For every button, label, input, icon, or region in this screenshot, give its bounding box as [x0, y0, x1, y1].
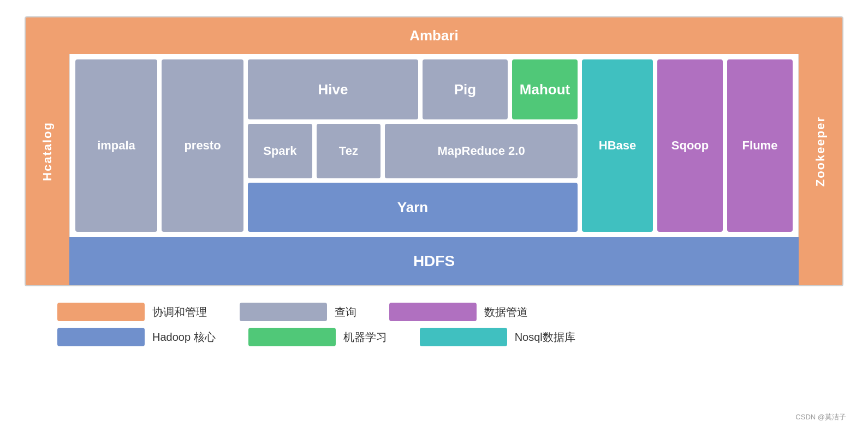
hive-block: Hive: [248, 59, 418, 119]
legend-item-2: 数据管道: [389, 303, 528, 321]
center-content: Ambari impala presto Hive: [69, 17, 799, 285]
legend-item-4: 机器学习: [248, 328, 387, 346]
legend-item-0: 协调和管理: [57, 303, 207, 321]
legend-swatch-query: [240, 303, 327, 321]
legend-row-2: Hadoop 核心 机器学习 Nosql数据库: [57, 328, 843, 346]
ambari-block: Ambari: [69, 17, 799, 54]
legend-row-1: 协调和管理 查询 数据管道: [57, 303, 843, 321]
yarn-row: Yarn: [248, 183, 578, 232]
top-row: Hive Pig Mahout: [248, 59, 578, 119]
tez-block: Tez: [317, 124, 381, 178]
sqoop-block: Sqoop: [657, 59, 723, 232]
yarn-block: Yarn: [248, 183, 578, 232]
legend-swatch-coordination: [57, 303, 145, 321]
legend-label-ml: 机器学习: [343, 330, 387, 345]
legend: 协调和管理 查询 数据管道 Hadoop 核心 机器学习 Nosql数: [25, 303, 843, 346]
hdfs-block: HDFS: [69, 237, 799, 285]
middle-section: impala presto Hive Pig: [69, 54, 799, 237]
pig-block: Pig: [423, 59, 508, 119]
flume-block: Flume: [727, 59, 793, 232]
legend-item-3: Hadoop 核心: [57, 328, 216, 346]
legend-item-1: 查询: [240, 303, 356, 321]
spark-block: Spark: [248, 124, 312, 178]
legend-label-hadoop: Hadoop 核心: [152, 330, 216, 345]
middle-row: Spark Tez MapReduce 2.0: [248, 124, 578, 178]
presto-block: presto: [162, 59, 243, 232]
hcatalog-label: Hcatalog: [40, 122, 55, 181]
legend-swatch-pipeline: [389, 303, 477, 321]
mapreduce-block: MapReduce 2.0: [385, 124, 578, 178]
legend-item-5: Nosql数据库: [420, 328, 575, 346]
hbase-block: HBase: [582, 59, 653, 232]
legend-swatch-ml: [248, 328, 336, 346]
zookeeper-label: Zookeeper: [813, 116, 828, 187]
legend-label-coordination: 协调和管理: [152, 305, 207, 320]
impala-block: impala: [75, 59, 157, 232]
main-diagram: Hcatalog Ambari impala presto: [25, 16, 843, 286]
zookeeper-sidebar: Zookeeper: [799, 17, 842, 285]
center-stack: Hive Pig Mahout Spark: [248, 59, 578, 232]
legend-label-nosql: Nosql数据库: [515, 330, 575, 345]
hcatalog-sidebar: Hcatalog: [26, 17, 69, 285]
legend-label-query: 查询: [335, 305, 356, 320]
mahout-block: Mahout: [512, 59, 578, 119]
legend-swatch-nosql: [420, 328, 507, 346]
csdn-credit: CSDN @莫洁子: [795, 412, 846, 422]
legend-label-pipeline: 数据管道: [484, 305, 528, 320]
legend-swatch-hadoop: [57, 328, 145, 346]
